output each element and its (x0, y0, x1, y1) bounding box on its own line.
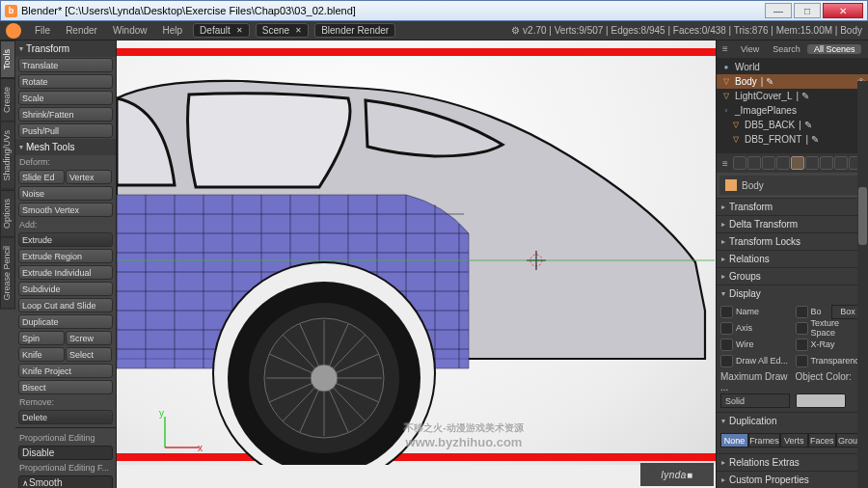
prop-tab-object-icon[interactable] (791, 156, 804, 170)
prop-tab-world-icon[interactable] (776, 156, 790, 170)
prop-tab-render-icon[interactable] (733, 156, 746, 170)
knife-button[interactable]: Knife (18, 347, 65, 362)
falloff-dropdown[interactable]: ∧ Smooth (18, 475, 113, 488)
outliner-item-imageplanes[interactable]: ▫_ImagePlanes👁 (717, 103, 868, 118)
chk-draw-all-edges[interactable] (720, 355, 733, 367)
knife-project-button[interactable]: Knife Project (18, 364, 113, 378)
vtab-grease-pencil[interactable]: Grease Pencil (0, 237, 15, 310)
vtab-create[interactable]: Create (0, 78, 15, 122)
chk-wire[interactable] (720, 339, 733, 351)
outliner-item-lightcover[interactable]: ▽LightCover_L| ✎👁 (717, 89, 868, 103)
menu-render[interactable]: Render (58, 25, 105, 36)
proportional-editing-dropdown[interactable]: Disable (18, 446, 113, 460)
max-draw-type-dropdown[interactable]: Solid (720, 393, 790, 408)
outliner-search-menu[interactable]: Search (766, 44, 807, 54)
chk-texture-space[interactable] (796, 322, 808, 335)
vtab-options[interactable]: Options (0, 190, 15, 237)
extrude-region-button[interactable]: Extrude Region (18, 249, 113, 263)
prop-tab-data-icon[interactable] (834, 156, 848, 170)
object-cube-icon (725, 179, 737, 191)
section-relations[interactable]: Relations (717, 250, 868, 267)
menu-file[interactable]: File (27, 25, 58, 36)
duplication-type-segment: None Frames Verts Faces Group (720, 433, 864, 447)
spin-button[interactable]: Spin (18, 331, 65, 345)
translate-button[interactable]: Translate (18, 58, 113, 72)
section-transform[interactable]: Transform (717, 198, 868, 215)
watermark-text: 不移之火-动漫游戏美术资源 www.byzhihuo.com (310, 421, 618, 449)
minimize-button[interactable]: — (765, 3, 792, 18)
falloff-label: Proportional Editing F... (15, 461, 116, 474)
knife-select-button[interactable]: Select (66, 347, 112, 362)
vertex-slide-button[interactable]: Vertex (66, 170, 112, 184)
prop-tab-layers-icon[interactable] (747, 156, 761, 170)
object-breadcrumb[interactable]: Body (719, 176, 865, 195)
screen-layout-dropdown[interactable]: Default ✕ (193, 23, 250, 38)
chk-name[interactable] (720, 306, 733, 318)
blender-logo-icon[interactable] (6, 23, 21, 39)
blender-app-icon: b (5, 5, 17, 17)
prop-tab-modifiers-icon[interactable] (820, 156, 833, 170)
prop-tab-scene-icon[interactable] (762, 156, 775, 170)
window-titlebar: b Blender* [C:\Users\Lynda\Desktop\Exerc… (0, 0, 868, 21)
chk-transparency[interactable] (796, 355, 808, 367)
menu-help[interactable]: Help (155, 25, 191, 36)
chk-axis[interactable] (720, 322, 733, 335)
section-transform-locks[interactable]: Transform Locks (717, 232, 868, 250)
car-mesh-illustration (117, 41, 715, 465)
screw-button[interactable]: Screw (66, 331, 112, 345)
scale-button[interactable]: Scale (18, 91, 113, 105)
properties-header-tabs: ≡ (717, 153, 868, 173)
extrude-button[interactable]: Extrude (18, 232, 113, 247)
outliner-item-db5-back[interactable]: ▽DB5_BACK| ✎👁 (717, 118, 868, 132)
duplicate-button[interactable]: Duplicate (18, 314, 113, 329)
menu-window[interactable]: Window (105, 25, 155, 36)
dup-faces[interactable]: Faces (808, 433, 836, 447)
outliner-view-menu[interactable]: View (734, 44, 766, 54)
render-engine-dropdown[interactable]: Blender Render (314, 23, 395, 38)
3d-viewport[interactable]: y x 不移之火-动漫游戏美术资源 www.byzhihuo.com lynda… (117, 41, 716, 488)
panel-transform-header[interactable]: Transform (15, 41, 116, 57)
outliner-all-scenes-dropdown[interactable]: All Scenes (807, 44, 862, 54)
outliner-item-world[interactable]: ●World (717, 60, 868, 74)
outliner[interactable]: ●World ▽Body| ✎👁 ▽LightCover_L| ✎👁 ▫_Ima… (717, 58, 868, 153)
push-pull-button[interactable]: Push/Pull (18, 123, 113, 138)
right-region: ≡ View Search All Scenes ●World ▽Body| ✎… (716, 41, 868, 488)
subdivide-button[interactable]: Subdivide (18, 282, 113, 296)
close-button[interactable]: ✕ (823, 3, 863, 18)
dup-verts[interactable]: Verts (780, 433, 808, 447)
delete-button[interactable]: Delete (18, 410, 113, 424)
vtab-shading-uvs[interactable]: Shading/UVs (0, 122, 15, 190)
scene-dropdown[interactable]: Scene ✕ (256, 23, 309, 38)
panel-meshtools-header[interactable]: Mesh Tools (15, 139, 116, 155)
section-delta-transform[interactable]: Delta Transform (717, 215, 868, 232)
section-relations-extras[interactable]: Relations Extras (717, 453, 868, 471)
extrude-individual-button[interactable]: Extrude Individual (18, 265, 113, 280)
bisect-button[interactable]: Bisect (18, 380, 113, 394)
chk-bounds[interactable] (796, 306, 808, 318)
outliner-item-db5-front[interactable]: ▽DB5_FRONT| ✎👁 (717, 132, 868, 147)
noise-button[interactable]: Noise (18, 186, 113, 201)
section-display-header[interactable]: Display (717, 285, 868, 302)
scene-statistics: ⚙ v2.70 | Verts:9/507 | Edges:8/945 | Fa… (511, 25, 862, 36)
svg-point-20 (311, 365, 338, 392)
section-groups[interactable]: Groups (717, 267, 868, 285)
section-custom-properties[interactable]: Custom Properties (717, 471, 868, 488)
edge-slide-button[interactable]: Slide Ed (18, 170, 65, 184)
dup-none[interactable]: None (720, 433, 748, 447)
dup-frames[interactable]: Frames (748, 433, 780, 447)
section-duplication-header[interactable]: Duplication (717, 413, 868, 429)
outliner-item-body[interactable]: ▽Body| ✎👁 (717, 74, 868, 89)
outliner-header: ≡ View Search All Scenes (717, 41, 868, 58)
properties-scrollbar[interactable] (857, 81, 868, 488)
maximize-button[interactable]: □ (794, 3, 821, 18)
rotate-button[interactable]: Rotate (18, 74, 113, 89)
smooth-vertex-button[interactable]: Smooth Vertex (18, 203, 113, 217)
loop-cut-slide-button[interactable]: Loop Cut and Slide (18, 298, 113, 312)
tool-shelf: Transform Translate Rotate Scale Shrink/… (15, 41, 117, 488)
prop-tab-constraints-icon[interactable] (805, 156, 819, 170)
object-color-swatch[interactable] (796, 393, 846, 408)
shrink-fatten-button[interactable]: Shrink/Fatten (18, 107, 113, 122)
vtab-tools[interactable]: Tools (0, 41, 15, 78)
chk-xray[interactable] (796, 339, 808, 351)
mesh-icon: ▽ (730, 119, 742, 130)
